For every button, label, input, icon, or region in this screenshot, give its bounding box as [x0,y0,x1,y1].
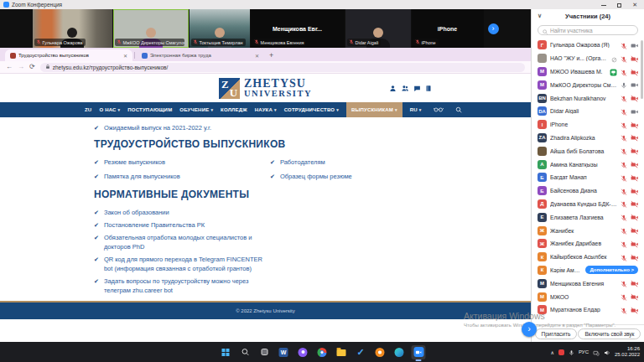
tray-chevron-icon[interactable]: ∧ [551,349,554,355]
participant-row[interactable]: ККәрім АманжолДополнительно > [532,264,644,277]
participant-row[interactable]: ДДуанаева Кундыз БДК-411 [532,198,644,211]
tray-red-app-icon[interactable] [558,349,564,355]
floating-widget-button[interactable]: › [522,322,537,337]
nav-item-о нас[interactable]: О НАС▾ [99,102,120,117]
search-icon[interactable] [455,106,462,114]
content-link[interactable]: ✔Постановление Правительства РК [94,220,266,230]
nav-item-наука[interactable]: НАУКА▾ [255,102,277,117]
nav-item-поступающим[interactable]: ПОСТУПАЮЩИМ [127,102,172,117]
language-selector[interactable]: RU▾ [410,102,422,117]
taskbar-icon-word[interactable]: W [277,345,291,359]
participant-row[interactable]: ААмина Канатқызы [532,158,644,171]
participant-row[interactable]: BNBekzhan Nuralkhanov [532,91,644,105]
unmute-button[interactable]: Включить свой звук [578,328,641,339]
taskbar-icon-taskview[interactable] [257,345,272,359]
nav-item-выпускникам[interactable]: ВЫПУСКНИКАМ▾ [346,102,402,117]
taskbar-icons: W✓ [219,342,426,362]
tray-mic-icon[interactable] [569,344,574,359]
browser-tab[interactable]: Электронная биржа труда✕ [137,49,264,61]
check-icon: ✔ [94,220,99,230]
taskbar-icon-folder[interactable] [335,345,349,359]
participant-row[interactable]: ББагдат Манап [532,171,644,184]
participant-row[interactable]: ММЖОО [532,290,644,303]
scrollbar[interactable] [641,40,643,99]
more-options-button[interactable]: Дополнительно > [585,266,638,274]
participant-row[interactable]: IiPhone [532,118,644,132]
next-videos-button[interactable]: › [488,23,499,34]
chevron-down-icon: ▾ [336,107,339,112]
clock[interactable]: 16:26 25.02.2022 [615,346,640,358]
tab-favicon [10,53,16,59]
taskbar-icon-search[interactable] [238,345,252,359]
participant-row[interactable]: ББайсенова Диана [532,184,644,198]
taskbar-icon-start[interactable] [219,345,233,359]
back-icon[interactable]: ← [6,64,13,70]
participant-row[interactable]: ККайырбеков Асылбек [532,251,644,264]
browser-tab[interactable]: Трудоустройство выпускников✕ [5,49,132,61]
participant-row[interactable]: ММжКОО Директоры Смагуло... [532,78,644,91]
new-tab-button[interactable]: + [269,51,273,59]
nav-item-обучение[interactable]: ОБУЧЕНИЕ▾ [179,102,213,117]
search-icon [543,23,548,38]
close-icon[interactable]: ✕ [632,3,637,8]
content-link[interactable]: ✔Работодателям [270,158,446,167]
chat-icon[interactable] [413,80,421,96]
participant-row[interactable]: ЖЖанибек [532,224,644,237]
journal-icon[interactable] [425,80,432,96]
content-link[interactable]: ✔Обязательная отработка молодых специали… [94,233,266,251]
people-icon[interactable] [401,80,409,96]
forward-icon[interactable]: → [18,64,24,70]
minimize-icon[interactable] [601,5,606,6]
participant-row[interactable]: ММуратханов Елдар [532,303,644,317]
taskbar-icon-chat[interactable] [296,345,310,359]
reload-icon[interactable]: ⟳ [29,64,35,70]
content-link[interactable]: ✔Памятка для выпускников [94,172,270,181]
content-link[interactable]: ✔Закон об образовании [94,208,266,217]
collapse-icon[interactable]: ∨ [538,13,542,19]
avatar: Б [538,186,547,195]
taskbar-icon-browser-orange[interactable] [373,345,387,359]
participant-row[interactable]: ZAZhadira Alipkozka [532,132,644,145]
participant-row[interactable]: НАО "ЖУ и... (Организатор) [532,52,644,65]
tray-volume-icon[interactable] [604,344,610,359]
tab-close-icon[interactable]: ✕ [123,53,127,59]
invite-button[interactable]: Пригласить [535,328,578,339]
avatar: DA [538,106,547,116]
participant-row[interactable]: Айша бибі Болатова [532,144,644,158]
accessibility-glasses-icon[interactable] [434,106,444,113]
taskbar-icon-check[interactable]: ✓ [354,345,368,359]
language-indicator[interactable]: РУС [579,349,589,354]
intro-link[interactable]: ✔ Ожидаемый выпуск на 2021-2022 у.г. [94,123,531,132]
search-input[interactable] [550,28,633,34]
content-link[interactable]: ✔QR код для прямого перехода в Telegram … [94,255,266,273]
avatar: М [538,279,547,288]
site-header: Z U ZHETYSU UNIVERSITY [0,74,531,102]
tab-close-icon[interactable]: ✕ [255,53,259,59]
taskbar-icon-zoom[interactable] [412,345,426,359]
participant-search[interactable] [538,25,638,35]
logo-line1: ZHETYSU [244,78,312,89]
person-icon[interactable] [389,80,397,96]
content-link[interactable]: ✔Образец формы резюме [270,172,446,181]
nav-item-колледж[interactable]: КОЛЛЕДЖ [221,102,247,117]
participant-row[interactable]: ММенщикова Евгения [532,277,644,290]
url-bar[interactable]: zhetysu.edu.kz/трудоустройство-выпускник… [40,63,525,72]
participant-row[interactable]: DADidar Aigali [532,105,644,118]
participant-row[interactable]: ГГульнара Ожарова (Я) [532,39,644,52]
taskbar-icon-chrome[interactable] [315,345,330,359]
video-participant-name: iPhone [422,40,436,45]
site-footer: © 2022 Zhetysu University [0,301,531,319]
tray-cast-icon[interactable] [593,344,600,359]
participant-row[interactable]: ЕЕлизавета Лазгиева [532,210,644,224]
content-link[interactable]: ✔Резюме выпускников [94,158,270,167]
nav-item-zu[interactable]: ZU [85,102,91,117]
maximize-icon[interactable] [617,3,621,8]
participant-row[interactable]: ММЖОО Ивашева М. [532,65,644,79]
participant-row[interactable]: ЖЖанибек Дарибаев [532,237,644,251]
content-link[interactable]: ✔Задать вопросы по трудоустройству можно… [94,277,266,295]
nav-item-сотрудничество[interactable]: СОТРУДНИЧЕСТВО▾ [284,102,339,117]
university-logo[interactable]: Z U ZHETYSU UNIVERSITY [219,78,312,99]
taskbar-icon-edge[interactable] [392,345,407,359]
content-link-label: Резюме выпускников [104,158,165,167]
content-link-label: Памятка для выпускников [104,172,180,181]
